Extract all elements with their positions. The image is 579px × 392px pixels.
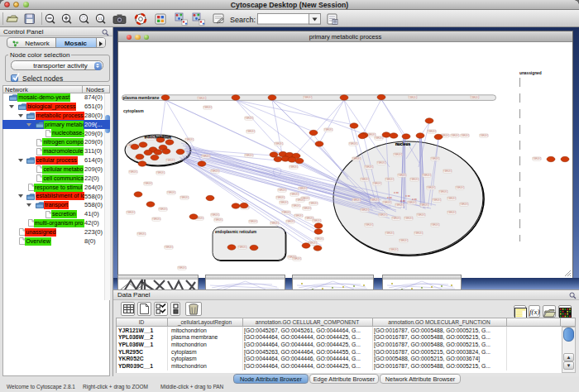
svg-text:YBR091: YBR091 [408, 201, 417, 204]
svg-text:YBR091: YBR091 [304, 96, 313, 99]
svg-text:YBR091: YBR091 [383, 201, 392, 204]
svg-text:YBR091: YBR091 [165, 246, 174, 249]
svg-text:YBR091: YBR091 [278, 189, 287, 192]
svg-text:YBR091: YBR091 [313, 219, 322, 222]
svg-text:x xx: x xx [387, 196, 392, 199]
svg-text:YBR091: YBR091 [371, 198, 380, 202]
svg-text:endoplasmic reticulum: endoplasmic reticulum [215, 229, 256, 233]
svg-text:YBR091: YBR091 [395, 203, 404, 207]
svg-text:YBR091: YBR091 [420, 203, 429, 207]
svg-text:YBR091: YBR091 [180, 196, 189, 199]
svg-text:YBR091: YBR091 [460, 203, 469, 206]
svg-text:YBR091: YBR091 [410, 178, 419, 181]
svg-text:YBR091: YBR091 [156, 171, 165, 174]
svg-text:YBR091: YBR091 [361, 178, 370, 181]
svg-text:YBR091: YBR091 [349, 142, 358, 146]
svg-text:YBR091: YBR091 [275, 142, 284, 146]
svg-text:YBR091: YBR091 [211, 170, 220, 173]
svg-text:x xx: x xx [400, 199, 405, 203]
svg-text:YBR091: YBR091 [390, 248, 399, 251]
svg-text:YBR091: YBR091 [137, 232, 146, 236]
svg-text:YBR091: YBR091 [249, 220, 258, 223]
svg-text:YBR091: YBR091 [361, 208, 370, 212]
svg-text:YBR091: YBR091 [198, 96, 207, 99]
svg-text:YBR091: YBR091 [270, 222, 280, 225]
svg-text:YBR091: YBR091 [280, 201, 289, 204]
svg-text:YBR091: YBR091 [352, 157, 361, 160]
svg-text:YBR091: YBR091 [417, 213, 426, 217]
svg-text:YBR091: YBR091 [290, 193, 299, 196]
svg-text:1:1: 1:1 [98, 17, 103, 21]
svg-text:YBR091: YBR091 [294, 214, 304, 218]
svg-text:YBR091: YBR091 [439, 190, 448, 194]
svg-text:YBR091: YBR091 [245, 154, 254, 157]
svg-text:unassigned: unassigned [519, 71, 542, 75]
svg-text:YBR091: YBR091 [379, 213, 388, 217]
svg-text:YBR091: YBR091 [451, 134, 460, 137]
svg-text:YBR091: YBR091 [392, 217, 401, 220]
svg-text:YBR091: YBR091 [377, 161, 386, 165]
svg-text:YBR091: YBR091 [414, 232, 423, 235]
svg-text:YBR091: YBR091 [245, 117, 254, 120]
svg-text:YBR091: YBR091 [431, 223, 440, 227]
svg-text:YBR091: YBR091 [129, 170, 138, 174]
svg-text:YBR091: YBR091 [315, 237, 324, 241]
svg-text:YBR091: YBR091 [166, 159, 175, 162]
svg-text:YBR091: YBR091 [203, 106, 213, 109]
svg-text:YBR091: YBR091 [398, 174, 407, 177]
svg-text:YBR091: YBR091 [144, 182, 153, 185]
svg-text:YBR091: YBR091 [443, 170, 452, 173]
svg-text:YBR091: YBR091 [276, 196, 285, 199]
svg-text:YBR091: YBR091 [447, 211, 457, 214]
svg-text:YBR091: YBR091 [447, 197, 457, 200]
svg-text:YBR091: YBR091 [365, 165, 374, 169]
svg-text:mitochondrion: mitochondrion [144, 134, 170, 138]
svg-text:YBR091: YBR091 [404, 217, 414, 220]
svg-text:YBR091: YBR091 [178, 266, 187, 270]
svg-text:YBR091: YBR091 [385, 232, 395, 235]
svg-text:YBR091: YBR091 [433, 198, 442, 202]
svg-text:YBR091: YBR091 [471, 95, 480, 98]
svg-text:YBR091: YBR091 [202, 155, 211, 158]
svg-text:plasma membrane: plasma membrane [123, 95, 160, 100]
svg-text:YBR091: YBR091 [238, 246, 247, 249]
svg-text:YBR091: YBR091 [373, 182, 382, 185]
svg-text:YBR091: YBR091 [246, 130, 256, 133]
svg-text:YBR091: YBR091 [400, 239, 409, 242]
svg-text:YBR091: YBR091 [428, 130, 437, 133]
svg-text:YBR091: YBR091 [375, 136, 384, 140]
svg-text:YBR091: YBR091 [167, 191, 176, 194]
svg-text:x xx: x xx [405, 194, 410, 198]
svg-text:YBR091: YBR091 [431, 157, 440, 160]
svg-text:YBR091: YBR091 [385, 178, 395, 181]
svg-text:Search:: Search: [230, 16, 256, 24]
svg-text:YBR091: YBR091 [292, 204, 301, 208]
svg-text:YBR091: YBR091 [286, 220, 295, 223]
svg-text:YBR091: YBR091 [394, 153, 403, 156]
svg-text:YBR091: YBR091 [409, 95, 418, 98]
svg-text:YBR091: YBR091 [533, 157, 542, 160]
svg-text:YBR091: YBR091 [461, 134, 470, 137]
svg-text:YBR091: YBR091 [324, 128, 333, 131]
svg-text:cytoplasm: cytoplasm [123, 108, 144, 112]
svg-text:YBR091: YBR091 [480, 134, 489, 137]
svg-text:YBR091: YBR091 [296, 198, 305, 202]
svg-text:YBR091: YBR091 [159, 208, 168, 211]
svg-text:YBR091: YBR091 [211, 213, 220, 217]
svg-text:YBR091: YBR091 [185, 138, 194, 141]
svg-text:YBR091: YBR091 [309, 202, 318, 205]
svg-text:YBR091: YBR091 [290, 165, 299, 169]
svg-text:YBR091: YBR091 [293, 257, 302, 261]
svg-text:YBR091: YBR091 [365, 223, 374, 227]
svg-text:YBR091: YBR091 [152, 218, 161, 221]
svg-text:YBR091: YBR091 [214, 218, 223, 222]
svg-text:x xx: x xx [412, 198, 417, 201]
svg-text:nucleus: nucleus [395, 142, 410, 146]
svg-text:YBR091: YBR091 [127, 211, 136, 214]
svg-text:YBR091: YBR091 [427, 186, 436, 189]
svg-text:YBR091: YBR091 [299, 187, 308, 190]
svg-text:YBR091: YBR091 [352, 198, 361, 202]
svg-text:YBR091: YBR091 [456, 186, 465, 189]
svg-text:YBR091: YBR091 [423, 174, 432, 177]
svg-text:x xx: x xx [394, 191, 399, 194]
